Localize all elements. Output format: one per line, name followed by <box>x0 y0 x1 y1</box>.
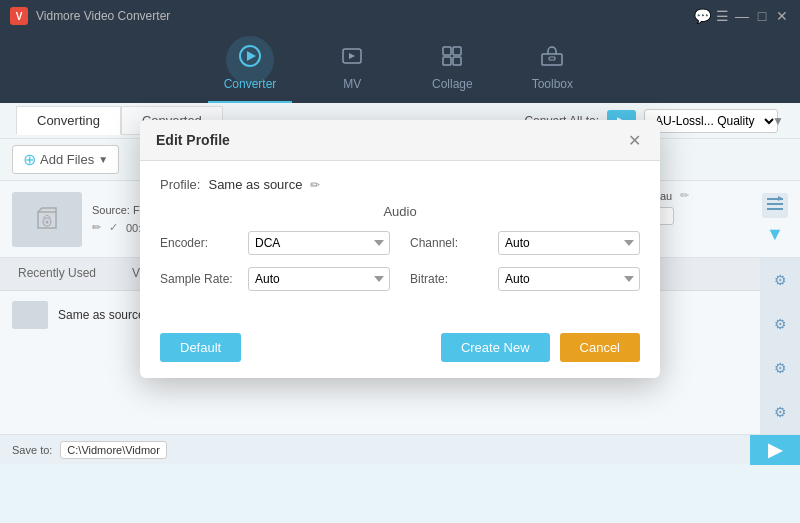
converter-tab-label: Converter <box>224 77 277 91</box>
output-edit-icon[interactable]: ✏ <box>680 189 689 202</box>
collage-tab-label: Collage <box>432 77 473 91</box>
file-edit-icon[interactable]: ✏ <box>92 221 101 234</box>
sample-rate-select[interactable]: Auto 44100 48000 96000 <box>248 267 390 291</box>
file-dropdown-arrow[interactable]: ▼ <box>766 224 784 245</box>
svg-point-0 <box>240 46 260 66</box>
chat-icon[interactable]: 💬 <box>694 8 710 24</box>
cancel-button[interactable]: Cancel <box>560 333 640 362</box>
toolbox-tab-label: Toolbox <box>532 77 573 91</box>
profile-edit-pencil[interactable]: ✏ <box>310 178 320 192</box>
encoder-label: Encoder: <box>160 236 240 250</box>
save-to-label: Save to: <box>12 444 52 456</box>
form-grid: Encoder: DCA AAC MP3 FLAC AC3 Channel: A… <box>160 231 640 291</box>
file-check-icon: ✓ <box>109 221 118 234</box>
nav-tabs: Converter MV Collage <box>0 32 800 103</box>
encoder-select[interactable]: DCA AAC MP3 FLAC AC3 <box>248 231 390 255</box>
encoder-row: Encoder: DCA AAC MP3 FLAC AC3 <box>160 231 390 255</box>
menu-icon[interactable]: ☰ <box>714 8 730 24</box>
converter-icon <box>238 44 262 73</box>
svg-rect-13 <box>767 208 783 210</box>
app-title: Vidmore Video Converter <box>36 9 170 23</box>
sidebar-settings-3[interactable]: ⚙ <box>766 354 794 382</box>
toolbox-icon <box>540 44 564 73</box>
modal-title: Edit Profile <box>156 132 230 148</box>
add-files-label: Add Files <box>40 152 94 167</box>
title-bar-controls: 💬 ☰ — □ ✕ <box>694 8 790 24</box>
profile-row: Profile: Same as source ✏ <box>160 177 640 192</box>
minimize-button[interactable]: — <box>734 8 750 24</box>
profile-label: Profile: <box>160 177 200 192</box>
create-new-button[interactable]: Create New <box>441 333 550 362</box>
channel-select[interactable]: Auto Mono Stereo 5.1 <box>498 231 640 255</box>
mv-tab-label: MV <box>343 77 361 91</box>
plus-icon: ⊕ <box>23 150 36 169</box>
svg-marker-14 <box>778 196 783 201</box>
svg-rect-5 <box>443 57 451 65</box>
sample-rate-label: Sample Rate: <box>160 272 240 286</box>
file-thumbnail <box>12 192 82 247</box>
mv-icon <box>340 44 364 73</box>
sidebar-settings-1[interactable]: ⚙ <box>766 266 794 294</box>
modal-close-button[interactable]: ✕ <box>624 130 644 150</box>
channel-label: Channel: <box>410 236 490 250</box>
sidebar-settings-4[interactable]: ⚙ <box>766 398 794 426</box>
title-bar-left: V Vidmore Video Converter <box>10 7 170 25</box>
save-to-path: C:\Vidmore\Vidmor <box>60 441 167 459</box>
same-as-source-item[interactable]: Same as source <box>58 308 145 322</box>
source-label: Source: <box>92 204 130 216</box>
tab-toolbox[interactable]: Toolbox <box>512 38 592 103</box>
add-files-button[interactable]: ⊕ Add Files ▼ <box>12 145 119 174</box>
same-source-thumb <box>12 301 48 329</box>
tab-converter[interactable]: Converter <box>208 38 293 103</box>
file-actions: ▼ <box>762 193 788 245</box>
svg-rect-6 <box>453 57 461 65</box>
file-action-more[interactable] <box>762 193 788 218</box>
convert-button[interactable]: ▶ <box>750 435 800 465</box>
tab-collage[interactable]: Collage <box>412 38 492 103</box>
bitrate-select[interactable]: Auto 128k 192k 256k 320k <box>498 267 640 291</box>
bitrate-row: Bitrate: Auto 128k 192k 256k 320k <box>410 267 640 291</box>
modal-footer: Default Create New Cancel <box>140 323 660 378</box>
svg-point-10 <box>46 221 49 224</box>
tab-mv[interactable]: MV <box>312 38 392 103</box>
modal-body: Profile: Same as source ✏ Audio Encoder:… <box>140 161 660 323</box>
svg-rect-4 <box>453 47 461 55</box>
svg-rect-12 <box>767 203 783 205</box>
default-button[interactable]: Default <box>160 333 241 362</box>
edit-profile-modal: Edit Profile ✕ Profile: Same as source ✏… <box>140 120 660 378</box>
svg-marker-1 <box>247 51 256 61</box>
sample-rate-row: Sample Rate: Auto 44100 48000 96000 <box>160 267 390 291</box>
svg-rect-3 <box>443 47 451 55</box>
audio-section-label: Audio <box>160 204 640 219</box>
app-icon: V <box>10 7 28 25</box>
maximize-button[interactable]: □ <box>754 8 770 24</box>
sidebar: ⚙ ⚙ ⚙ ⚙ <box>760 258 800 434</box>
modal-header: Edit Profile ✕ <box>140 120 660 161</box>
sidebar-settings-2[interactable]: ⚙ <box>766 310 794 338</box>
quality-select[interactable]: AU-Lossl... Quality <box>644 109 778 133</box>
sub-tab-converting[interactable]: Converting <box>16 106 121 135</box>
add-files-dropdown-icon[interactable]: ▼ <box>98 154 108 165</box>
channel-row: Channel: Auto Mono Stereo 5.1 <box>410 231 640 255</box>
tab-recently-used[interactable]: Recently Used <box>0 258 114 290</box>
title-bar: V Vidmore Video Converter 💬 ☰ — □ ✕ <box>0 0 800 32</box>
profile-value: Same as source <box>208 177 302 192</box>
collage-icon <box>440 44 464 73</box>
bitrate-label: Bitrate: <box>410 272 490 286</box>
close-button[interactable]: ✕ <box>774 8 790 24</box>
bottom-bar: Save to: C:\Vidmore\Vidmor ▶ <box>0 434 800 464</box>
svg-rect-8 <box>549 57 555 60</box>
